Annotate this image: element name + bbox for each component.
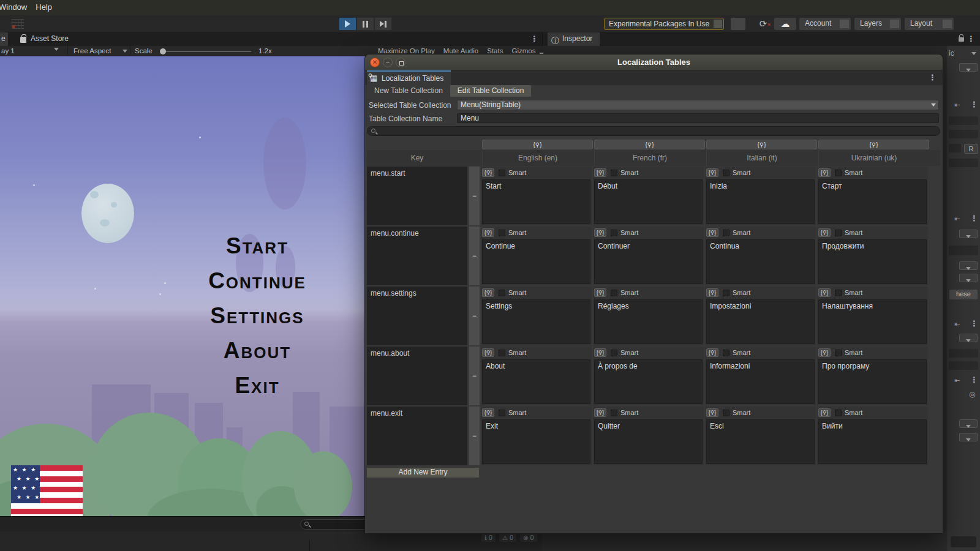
- console-badge[interactable]: ⊗0: [520, 533, 537, 542]
- field-fragment[interactable]: [949, 246, 978, 255]
- target-icon[interactable]: ◎: [969, 390, 975, 399]
- kebab-menu-icon[interactable]: ⋮: [970, 319, 978, 328]
- column-header-french[interactable]: French (fr): [594, 150, 705, 166]
- translation-text-field[interactable]: Esci: [706, 419, 815, 464]
- kebab-menu-icon[interactable]: ⋮: [970, 100, 978, 109]
- scale-slider-handle[interactable]: [160, 48, 166, 54]
- metadata-button[interactable]: {⚲}: [706, 288, 718, 297]
- metadata-button[interactable]: {⚲}: [594, 228, 606, 237]
- display-dropdown[interactable]: ay 1: [1, 47, 15, 54]
- smart-checkbox[interactable]: [835, 290, 842, 296]
- kebab-menu-icon[interactable]: ⋮: [967, 34, 975, 43]
- field-fragment[interactable]: [949, 130, 978, 138]
- dropdown-button[interactable]: [959, 419, 978, 428]
- layout-button[interactable]: Layout: [905, 18, 954, 30]
- metadata-button[interactable]: {⚲}: [594, 288, 606, 297]
- smart-checkbox[interactable]: [611, 350, 617, 356]
- translation-text-field[interactable]: About: [482, 359, 590, 404]
- game-menu-item-start[interactable]: Start: [147, 228, 368, 263]
- column-header-ukrainian[interactable]: Ukrainian (uk): [818, 150, 929, 166]
- dropdown-button[interactable]: [959, 274, 978, 282]
- smart-checkbox[interactable]: [723, 290, 729, 296]
- smart-checkbox[interactable]: [499, 350, 505, 356]
- remove-row-button[interactable]: −: [469, 167, 480, 225]
- column-meta-button[interactable]: {⚲}: [706, 140, 817, 149]
- smart-checkbox[interactable]: [835, 410, 842, 416]
- field-fragment[interactable]: [949, 144, 961, 152]
- smart-checkbox[interactable]: [723, 230, 729, 236]
- scale-slider[interactable]: [160, 51, 251, 52]
- pause-button[interactable]: [356, 17, 374, 31]
- menubar-item-help[interactable]: Help: [36, 2, 52, 12]
- metadata-button[interactable]: {⚲}: [706, 408, 718, 417]
- key-cell[interactable]: menu.about: [367, 347, 467, 405]
- tab-asset-store[interactable]: Asset Store: [17, 32, 75, 46]
- translation-text-field[interactable]: Налаштування: [818, 299, 927, 344]
- tab-game-clipped[interactable]: e: [0, 32, 8, 46]
- translation-text-field[interactable]: Quitter: [594, 419, 703, 464]
- unknown-toolbar-button[interactable]: [731, 18, 745, 30]
- translation-text-field[interactable]: Про програму: [818, 359, 927, 404]
- menubar-item-window[interactable]: Window: [0, 2, 27, 12]
- preset-icon[interactable]: ⇤: [954, 101, 960, 109]
- smart-checkbox[interactable]: [499, 230, 505, 236]
- tab-localization-tables[interactable]: ▦ Localization Tables: [367, 70, 451, 85]
- metadata-button[interactable]: {⚲}: [706, 348, 718, 357]
- grid-snap-icon[interactable]: [12, 19, 24, 29]
- key-cell[interactable]: menu.continue: [367, 227, 467, 285]
- new-table-collection-tab[interactable]: New Table Collection: [367, 85, 450, 97]
- dropdown-button[interactable]: [959, 230, 978, 238]
- metadata-button[interactable]: {⚲}: [594, 168, 606, 177]
- metadata-button[interactable]: {⚲}: [482, 168, 494, 177]
- kebab-menu-icon[interactable]: ⋮: [970, 375, 978, 384]
- preset-icon[interactable]: ⇤: [954, 377, 960, 384]
- key-cell[interactable]: menu.start: [367, 167, 467, 225]
- column-header-key[interactable]: Key: [367, 150, 467, 166]
- aspect-dropdown[interactable]: Free Aspect: [74, 47, 111, 54]
- translation-text-field[interactable]: Impostazioni: [706, 299, 815, 344]
- smart-checkbox[interactable]: [611, 170, 617, 176]
- translation-text-field[interactable]: Exit: [482, 419, 590, 464]
- experimental-dropdown[interactable]: [714, 20, 722, 28]
- static-dropdown-fragment[interactable]: ic: [949, 49, 954, 58]
- field-fragment[interactable]: [949, 116, 978, 125]
- key-cell[interactable]: menu.exit: [367, 407, 467, 465]
- tab-inspector[interactable]: ⓘ Inspector: [548, 32, 600, 46]
- lock-icon[interactable]: [959, 37, 964, 42]
- game-menu-item-settings[interactable]: Settings: [147, 298, 368, 333]
- game-menu-item-continue[interactable]: Continue: [147, 263, 368, 298]
- column-meta-button[interactable]: {⚲}: [818, 140, 929, 149]
- translation-text-field[interactable]: À propos de: [594, 359, 703, 404]
- metadata-button[interactable]: {⚲}: [482, 408, 494, 417]
- smart-checkbox[interactable]: [835, 170, 842, 176]
- metadata-button[interactable]: {⚲}: [594, 348, 606, 357]
- metadata-button[interactable]: {⚲}: [482, 228, 494, 237]
- smart-checkbox[interactable]: [723, 170, 729, 176]
- smart-checkbox[interactable]: [611, 230, 617, 236]
- column-header-italian[interactable]: Italian (it): [706, 150, 817, 166]
- field-fragment[interactable]: [951, 536, 976, 547]
- dropdown-button[interactable]: [959, 334, 978, 342]
- translation-text-field[interactable]: Début: [594, 179, 703, 224]
- metadata-button[interactable]: {⚲}: [482, 288, 494, 297]
- account-button[interactable]: Account: [799, 18, 851, 30]
- metadata-button[interactable]: {⚲}: [818, 348, 831, 357]
- translation-text-field[interactable]: Inizia: [706, 179, 815, 224]
- remove-row-button[interactable]: −: [469, 227, 480, 285]
- play-button[interactable]: [339, 17, 356, 31]
- translation-text-field[interactable]: Start: [482, 179, 590, 224]
- translation-text-field[interactable]: Вийти: [818, 419, 927, 464]
- game-menu-item-exit[interactable]: Exit: [147, 368, 368, 403]
- translation-text-field[interactable]: Continua: [706, 239, 815, 284]
- key-cell[interactable]: menu.settings: [367, 287, 467, 345]
- field-fragment[interactable]: [949, 159, 978, 167]
- smart-checkbox[interactable]: [611, 290, 617, 296]
- layers-button[interactable]: Layers: [854, 18, 901, 30]
- table-search-input[interactable]: [380, 127, 931, 135]
- step-button[interactable]: [374, 17, 392, 31]
- preset-icon[interactable]: ⇤: [954, 215, 960, 223]
- metadata-button[interactable]: {⚲}: [594, 408, 606, 417]
- dropdown-button[interactable]: [959, 63, 978, 72]
- dropdown-button[interactable]: [959, 433, 978, 441]
- kebab-menu-icon[interactable]: ⋮: [530, 34, 538, 43]
